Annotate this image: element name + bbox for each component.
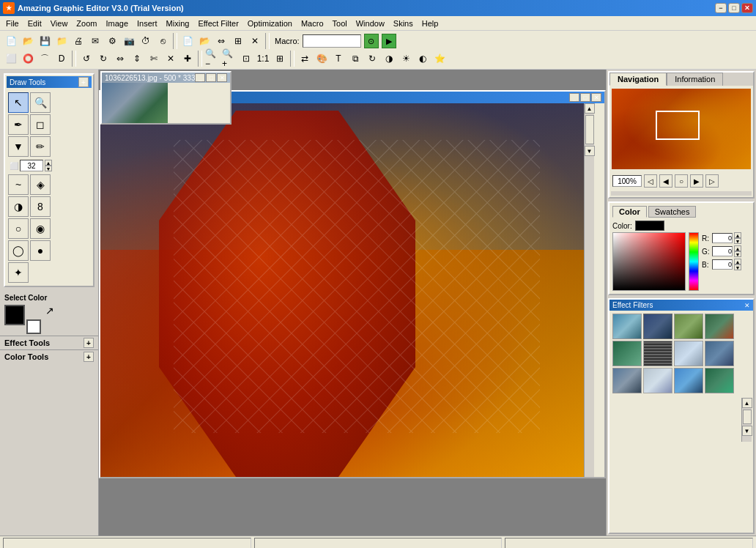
draw-tools-expand[interactable]: +: [78, 77, 89, 87]
size-up-btn[interactable]: ▲: [45, 160, 52, 166]
tab-information[interactable]: Information: [667, 73, 723, 86]
macro-input[interactable]: [303, 34, 361, 48]
color-fill-btn[interactable]: 🎨: [314, 51, 330, 67]
menu-edit[interactable]: Edit: [23, 18, 46, 29]
batch-button[interactable]: ⊞: [230, 33, 246, 49]
effect-thumb-3[interactable]: [674, 314, 703, 339]
effect-thumb-1[interactable]: [612, 314, 642, 339]
size-down-btn[interactable]: ▼: [45, 166, 52, 171]
menu-skins[interactable]: Skins: [389, 18, 418, 29]
scroll-down-btn[interactable]: ▼: [585, 146, 595, 156]
clear-button[interactable]: ✕: [163, 51, 179, 67]
open2-button[interactable]: 📂: [196, 33, 212, 49]
zoom-reset-btn[interactable]: ○: [675, 174, 688, 188]
zoom-tool-btn[interactable]: 🔍: [30, 92, 51, 113]
nav-scrollbar-h[interactable]: [611, 191, 752, 196]
effect-thumb-8[interactable]: [705, 341, 734, 366]
paste2-btn[interactable]: ⧉: [347, 51, 363, 67]
hue-bar[interactable]: [689, 232, 699, 291]
maximize-button[interactable]: □: [728, 3, 740, 13]
settings-button[interactable]: ⚙: [104, 33, 120, 49]
effect-thumb-4[interactable]: [705, 314, 734, 339]
main-win-max[interactable]: □: [580, 93, 590, 102]
effect-thumb-5[interactable]: [612, 341, 642, 366]
effect-thumb-9[interactable]: [612, 368, 642, 393]
effect-thumb-10[interactable]: [643, 368, 672, 393]
zoom-fill-btn[interactable]: ⊞: [272, 51, 288, 67]
b-up[interactable]: ▲: [734, 259, 741, 264]
effects-scroll-thumb[interactable]: [743, 410, 752, 424]
small-win-min[interactable]: _: [195, 73, 205, 82]
ellipse-btn[interactable]: ◯: [8, 240, 29, 261]
circle-fill-btn[interactable]: ◉: [30, 218, 51, 239]
menu-tool[interactable]: Tool: [328, 18, 352, 29]
circle-border-btn[interactable]: ○: [8, 218, 29, 239]
macro-play-button[interactable]: ▶: [382, 34, 396, 48]
zoom-in-btn[interactable]: 🔍+: [221, 51, 237, 67]
secondary-color-swatch[interactable]: [26, 319, 41, 334]
menu-zoom[interactable]: Zoom: [72, 18, 101, 29]
select-ellipse-button[interactable]: ⭕: [20, 51, 36, 67]
g-up[interactable]: ▲: [734, 245, 741, 251]
menu-window[interactable]: Window: [352, 18, 389, 29]
scroll-thumb-v[interactable]: [585, 115, 594, 144]
save-as-button[interactable]: 📁: [53, 33, 70, 49]
scroll-up-btn[interactable]: ▲: [585, 103, 595, 114]
email-button[interactable]: ✉: [87, 33, 103, 49]
tab-navigation[interactable]: Navigation: [609, 73, 667, 86]
effect-tools-expand[interactable]: +: [84, 338, 94, 348]
minimize-button[interactable]: −: [715, 3, 727, 13]
export-button[interactable]: ⎋: [155, 33, 171, 49]
color-gradient-picker[interactable]: [612, 232, 686, 291]
special-btn[interactable]: ✦: [8, 262, 29, 283]
color-tab-color[interactable]: Color: [612, 206, 647, 218]
menu-optimization[interactable]: Optimization: [243, 18, 297, 29]
menu-help[interactable]: Help: [418, 18, 443, 29]
macro-run-button[interactable]: ⊙: [364, 34, 379, 48]
g-input[interactable]: 0: [712, 246, 733, 256]
save-button[interactable]: 💾: [37, 33, 53, 49]
brightness-btn[interactable]: ☀: [398, 51, 414, 67]
new2-button[interactable]: 📄: [179, 33, 196, 49]
menu-image[interactable]: Image: [101, 18, 133, 29]
rotate-btn[interactable]: ↻: [364, 51, 380, 67]
menu-effect-filter[interactable]: Effect Filter: [193, 18, 242, 29]
b-input[interactable]: 0: [712, 259, 733, 270]
b-down[interactable]: ▼: [734, 264, 741, 270]
zoom-left-btn[interactable]: ◁: [644, 174, 657, 188]
menu-mixing[interactable]: Mixing: [162, 18, 194, 29]
size-input[interactable]: 32: [20, 160, 43, 171]
current-color-display[interactable]: [635, 221, 664, 231]
zoom-fit-btn[interactable]: ⊡: [238, 51, 254, 67]
grayscale-btn[interactable]: ◑: [381, 51, 397, 67]
close-button[interactable]: ✕: [741, 3, 753, 13]
color-swap-arrow[interactable]: ↗: [45, 305, 54, 316]
zoom-actual-btn[interactable]: 1:1: [255, 51, 271, 67]
effect-thumb-7[interactable]: [674, 341, 703, 366]
smudge-tool-btn[interactable]: ~: [8, 174, 29, 195]
camera-button[interactable]: 📷: [121, 33, 137, 49]
crop-button[interactable]: ✄: [146, 51, 162, 67]
small-win-close[interactable]: ✕: [217, 73, 227, 82]
arrow-tool-btn[interactable]: ↖: [8, 92, 29, 113]
eraser-tool-btn[interactable]: ◻: [30, 114, 51, 135]
rotate-cw-button[interactable]: ↻: [95, 51, 111, 67]
zoom-left2-btn[interactable]: ◀: [659, 174, 672, 188]
effect-filters-close[interactable]: ✕: [744, 302, 750, 309]
effect-thumb-11[interactable]: [674, 368, 703, 393]
small-win-max[interactable]: □: [206, 73, 216, 82]
print-button[interactable]: 🖨: [70, 33, 86, 49]
effects-scroll-up[interactable]: ▲: [742, 398, 752, 408]
effect-thumb-2[interactable]: [643, 314, 672, 339]
primary-color-swatch[interactable]: [4, 305, 25, 325]
r-up[interactable]: ▲: [734, 232, 741, 238]
menu-file[interactable]: File: [1, 18, 23, 29]
effect-thumb-6[interactable]: [643, 341, 672, 366]
dodge-tool-btn[interactable]: ◑: [8, 196, 29, 217]
color-tab-swatches[interactable]: Swatches: [648, 206, 697, 218]
effect-thumb-12[interactable]: [705, 368, 734, 393]
main-win-close[interactable]: ✕: [591, 93, 601, 102]
contrast-btn[interactable]: ◐: [415, 51, 431, 67]
time-button[interactable]: ⏱: [138, 33, 154, 49]
delete-button[interactable]: ✕: [247, 33, 263, 49]
